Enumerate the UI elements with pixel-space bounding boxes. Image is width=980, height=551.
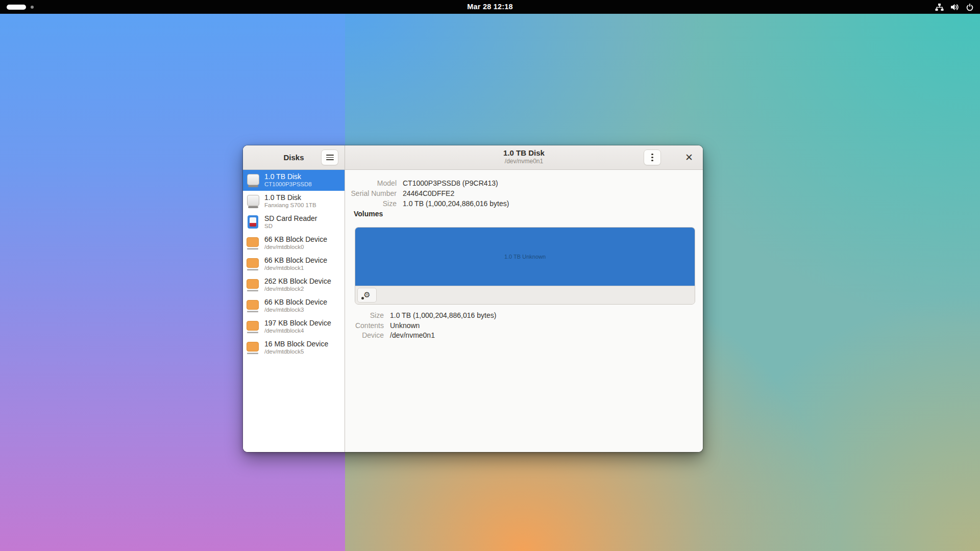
drive-info: Model CT1000P3PSSD8 (P9CR413) Serial Num… bbox=[345, 178, 692, 209]
device-subtitle: /dev/mtdblock0 bbox=[264, 244, 327, 251]
device-subtitle: /dev/mtdblock3 bbox=[264, 307, 327, 313]
device-row-mtdblock0[interactable]: 66 KB Block Device /dev/mtdblock0 bbox=[243, 233, 345, 254]
disk-drive-icon bbox=[246, 194, 260, 209]
volume-settings-button[interactable]: ⚙ bbox=[357, 288, 377, 303]
drive-info-row: Serial Number 24464C0DFFE2 bbox=[345, 188, 692, 198]
info-value: 1.0 TB (1,000,204,886,016 bytes) bbox=[403, 198, 509, 209]
device-title: 197 KB Block Device bbox=[264, 319, 331, 328]
device-subtitle: CT1000P3PSSD8 bbox=[264, 181, 312, 188]
network-wired-icon[interactable] bbox=[935, 3, 944, 11]
device-row-nvme[interactable]: 1.0 TB Disk CT1000P3PSSD8 bbox=[243, 170, 345, 191]
device-list: 1.0 TB Disk CT1000P3PSSD8 1.0 TB Disk Fa… bbox=[243, 170, 345, 452]
content-headerbar[interactable]: 1.0 TB Disk /dev/nvme0n1 ✕ bbox=[345, 145, 703, 170]
volume-info-row: Contents Unknown bbox=[355, 321, 702, 331]
device-title: SD Card Reader bbox=[264, 215, 317, 223]
device-row-mtdblock1[interactable]: 66 KB Block Device /dev/mtdblock1 bbox=[243, 254, 345, 274]
device-subtitle: SD bbox=[264, 223, 317, 230]
info-label: Device bbox=[355, 331, 384, 341]
info-label: Contents bbox=[355, 321, 384, 331]
disks-window: Disks 1.0 TB Disk /dev/nvme0n1 ✕ 1 bbox=[243, 145, 703, 452]
volume-info-row: Size 1.0 TB (1,000,204,886,016 bytes) bbox=[355, 311, 702, 321]
gear-icon: ⚙ bbox=[363, 291, 370, 299]
block-device-icon bbox=[246, 278, 260, 293]
volume-segment-label: 1.0 TB Unknown bbox=[504, 254, 546, 260]
device-title: 1.0 TB Disk bbox=[264, 173, 312, 181]
kebab-menu-icon bbox=[651, 154, 653, 161]
device-title: 66 KB Block Device bbox=[264, 257, 327, 265]
device-row-mtdblock4[interactable]: 197 KB Block Device /dev/mtdblock4 bbox=[243, 316, 345, 337]
sidebar-headerbar[interactable]: Disks bbox=[243, 145, 345, 170]
info-value: CT1000P3PSSD8 (P9CR413) bbox=[403, 178, 498, 188]
close-icon: ✕ bbox=[685, 153, 693, 162]
device-subtitle: /dev/mtdblock1 bbox=[264, 265, 327, 271]
info-value: Unknown bbox=[390, 321, 420, 331]
desktop: Mar 28 12:18 bbox=[0, 0, 980, 551]
volume-toolbar: ⚙ bbox=[355, 286, 695, 304]
drive-details-pane: Model CT1000P3PSSD8 (P9CR413) Serial Num… bbox=[345, 170, 703, 452]
device-row-mtdblock3[interactable]: 66 KB Block Device /dev/mtdblock3 bbox=[243, 295, 345, 316]
power-icon[interactable] bbox=[966, 3, 974, 11]
block-device-icon bbox=[246, 319, 260, 335]
info-value: 24464C0DFFE2 bbox=[403, 188, 454, 198]
close-button[interactable]: ✕ bbox=[682, 151, 696, 164]
device-title: 66 KB Block Device bbox=[264, 298, 327, 307]
info-label: Size bbox=[355, 311, 384, 321]
device-row-mtdblock5[interactable]: 16 MB Block Device /dev/mtdblock5 bbox=[243, 337, 345, 358]
device-title: 1.0 TB Disk bbox=[264, 194, 316, 202]
block-device-icon bbox=[246, 340, 260, 356]
volume-segment[interactable]: 1.0 TB Unknown bbox=[355, 228, 695, 286]
device-row-fanxiang[interactable]: 1.0 TB Disk Fanxiang S700 1TB bbox=[243, 191, 345, 212]
drive-menu-button[interactable] bbox=[644, 149, 661, 165]
clock[interactable]: Mar 28 12:18 bbox=[0, 0, 980, 14]
top-bar: Mar 28 12:18 bbox=[0, 0, 980, 14]
drive-info-row: Model CT1000P3PSSD8 (P9CR413) bbox=[345, 178, 692, 188]
device-subtitle: /dev/mtdblock2 bbox=[264, 286, 331, 292]
info-label: Serial Number bbox=[345, 188, 397, 198]
device-title: 262 KB Block Device bbox=[264, 278, 331, 286]
device-row-mtdblock2[interactable]: 262 KB Block Device /dev/mtdblock2 bbox=[243, 274, 345, 295]
app-title: Disks bbox=[283, 153, 304, 162]
status-icons-area[interactable] bbox=[935, 0, 974, 14]
device-subtitle: /dev/mtdblock4 bbox=[264, 328, 331, 334]
device-subtitle: /dev/mtdblock5 bbox=[264, 348, 328, 355]
hamburger-menu-icon bbox=[326, 155, 334, 160]
block-device-icon bbox=[246, 236, 260, 251]
device-title: 66 KB Block Device bbox=[264, 236, 327, 244]
volume-icon[interactable] bbox=[950, 3, 959, 11]
device-row-sdcard[interactable]: SD Card Reader SD bbox=[243, 212, 345, 233]
info-label: Model bbox=[345, 178, 397, 188]
volume-info: Size 1.0 TB (1,000,204,886,016 bytes) Co… bbox=[355, 311, 702, 341]
block-device-icon bbox=[246, 257, 260, 272]
disk-drive-icon bbox=[246, 173, 260, 188]
info-label: Size bbox=[345, 198, 397, 209]
block-device-icon bbox=[246, 298, 260, 314]
info-value: /dev/nvme0n1 bbox=[390, 331, 435, 341]
volumes-widget: 1.0 TB Unknown ⚙ bbox=[355, 227, 695, 305]
device-title: 16 MB Block Device bbox=[264, 340, 328, 348]
sd-card-icon bbox=[246, 215, 260, 230]
drive-info-row: Size 1.0 TB (1,000,204,886,016 bytes) bbox=[345, 198, 692, 209]
app-menu-button[interactable] bbox=[321, 149, 338, 165]
device-subtitle: Fanxiang S700 1TB bbox=[264, 202, 316, 209]
volume-info-row: Device /dev/nvme0n1 bbox=[355, 331, 702, 341]
info-value: 1.0 TB (1,000,204,886,016 bytes) bbox=[390, 311, 496, 321]
volumes-heading: Volumes bbox=[354, 210, 383, 218]
